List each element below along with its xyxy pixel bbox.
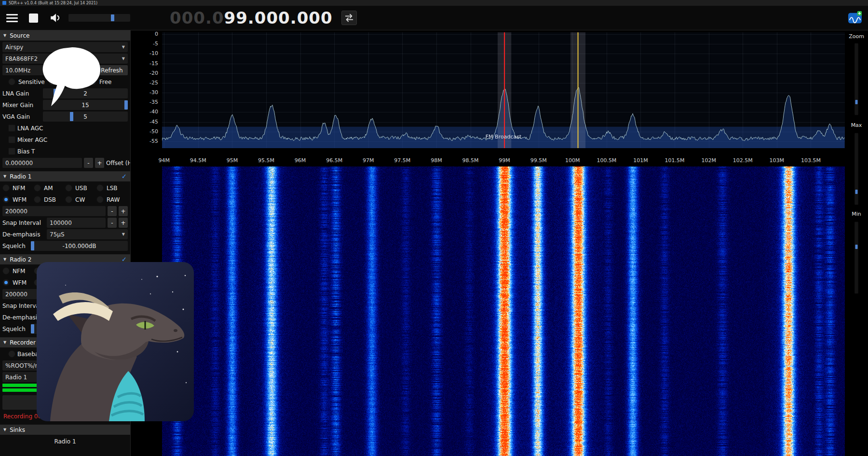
radio1-squelch-slider[interactable]: -100.000dB xyxy=(31,241,128,251)
source-type-value: Airspy xyxy=(5,44,23,51)
db-tick-label: -15 xyxy=(149,60,158,67)
mode-raw[interactable]: RAW xyxy=(96,194,128,205)
db-tick-label: -55 xyxy=(149,138,158,144)
mode-wfm[interactable]: WFM xyxy=(2,277,34,288)
chevron-down-icon: ▼ xyxy=(122,232,125,236)
radio1-section-header[interactable]: ▼ Radio 1 ✓ xyxy=(0,171,130,181)
stop-icon xyxy=(29,14,38,23)
stop-button[interactable] xyxy=(26,10,41,26)
recorder-stream-value: Radio 1 xyxy=(5,374,27,381)
mode-am[interactable]: AM xyxy=(34,183,65,193)
freq-tick-label: 102M xyxy=(701,157,716,164)
mode-wfm[interactable]: WFM xyxy=(2,194,34,205)
db-tick-label: -35 xyxy=(149,99,158,105)
mute-button[interactable] xyxy=(48,10,63,26)
snap-interval-label: Snap Interval xyxy=(2,220,45,226)
snap-value: 100000 xyxy=(50,220,72,226)
mixer-agc-row: Mixer AGC xyxy=(8,135,128,145)
lna-agc-row: LNA AGC xyxy=(8,123,128,133)
freq-tick-label: 97M xyxy=(363,157,374,164)
frequency-display[interactable]: 000.099.000.000 xyxy=(170,8,333,28)
radio-icon[interactable] xyxy=(8,350,15,358)
freq-tick-label: 94.5M xyxy=(190,157,206,164)
max-slider-grab[interactable] xyxy=(855,190,858,194)
mode-lsb[interactable]: LSB xyxy=(96,183,128,193)
bandwidth-minus-button[interactable]: - xyxy=(108,206,117,216)
waterfall-display[interactable] xyxy=(162,166,845,456)
mode-cw[interactable]: CW xyxy=(65,194,96,205)
frequency-axis[interactable]: 94M94.5M95M95.5M96M96.5M97M97.5M98M98.5M… xyxy=(162,150,845,165)
min-slider[interactable] xyxy=(854,221,859,294)
source-section-header[interactable]: ▼ Source xyxy=(0,30,130,41)
frequency-value: 99.000.000 xyxy=(224,8,333,28)
db-tick-label: -25 xyxy=(149,80,158,86)
radio1-deemphasis-select[interactable]: 75µS ▼ xyxy=(47,229,128,239)
freq-tick-label: 95M xyxy=(227,157,238,164)
snap-minus-button[interactable]: - xyxy=(108,218,117,228)
db-tick-label: -5 xyxy=(153,41,158,47)
radio1-bandwidth-input[interactable]: 200000 xyxy=(2,206,106,216)
collapse-arrow-icon: ▼ xyxy=(3,33,6,38)
sdrpp-logo xyxy=(848,11,862,25)
squelch-value: -100.000dB xyxy=(31,241,128,251)
chevron-down-icon: ▼ xyxy=(122,45,125,49)
menu-button[interactable] xyxy=(5,10,19,26)
db-tick-label: 0 xyxy=(155,31,158,37)
checkbox-icon[interactable] xyxy=(8,148,15,155)
freq-tick-label: 99M xyxy=(499,157,510,164)
checkbox-icon[interactable] xyxy=(8,124,15,132)
vga-gain-slider[interactable]: 5 xyxy=(43,111,128,122)
volume-slider[interactable] xyxy=(68,14,130,22)
collapse-arrow-icon: ▼ xyxy=(3,257,6,262)
freq-tick-label: 98M xyxy=(431,157,442,164)
offset-minus-button[interactable]: - xyxy=(84,158,93,168)
snap-plus-button[interactable]: + xyxy=(119,218,128,228)
max-slider[interactable] xyxy=(854,133,859,205)
freq-tick-label: 101.5M xyxy=(665,157,685,164)
freq-tick-label: 97.5M xyxy=(394,157,410,164)
fft-display[interactable] xyxy=(162,32,845,148)
radio-icon xyxy=(8,78,15,85)
sticker-overlay xyxy=(41,46,103,110)
deemphasis-label: De-emphasis xyxy=(2,231,45,238)
mode-nfm[interactable]: NFM xyxy=(2,183,34,193)
bandwidth-plus-button[interactable]: + xyxy=(119,206,128,216)
radio1-section-title: Radio 1 xyxy=(10,173,31,180)
radio-icon xyxy=(34,196,41,203)
sinks-section-header[interactable]: ▼ Sinks xyxy=(0,425,130,435)
offset-plus-button[interactable]: + xyxy=(95,158,104,168)
radio-icon xyxy=(2,184,10,192)
top-toolbar: 000.099.000.000 xyxy=(0,6,868,30)
chevron-down-icon: ▼ xyxy=(122,56,125,61)
tuning-mode-button[interactable] xyxy=(341,11,357,25)
module-enabled-check-icon[interactable]: ✓ xyxy=(122,173,127,180)
mode-dsb[interactable]: DSB xyxy=(34,194,65,205)
checkbox-icon[interactable] xyxy=(8,136,15,143)
min-slider-grab[interactable] xyxy=(855,245,858,249)
source-section-title: Source xyxy=(10,32,29,39)
freq-tick-label: 102.5M xyxy=(733,157,753,164)
freq-tick-label: 98.5M xyxy=(462,157,479,164)
window-icon xyxy=(2,1,6,5)
sinks-section-title: Sinks xyxy=(10,427,25,433)
volume-slider-grab[interactable] xyxy=(111,14,114,21)
min-label: Min xyxy=(845,211,868,217)
mode-nfm[interactable]: NFM xyxy=(2,266,34,276)
radio-icon xyxy=(2,196,10,203)
avatar-overlay xyxy=(37,262,194,421)
bias-t-row: Bias T xyxy=(8,146,128,156)
offset-input[interactable]: 0.000000 xyxy=(2,158,82,168)
radio1-snap-input[interactable]: 100000 xyxy=(47,218,106,228)
frequency-leading-zeros: 000.0 xyxy=(170,8,224,28)
zoom-slider-grab[interactable] xyxy=(855,100,858,104)
radio-icon xyxy=(96,196,104,203)
zoom-slider[interactable] xyxy=(854,43,859,115)
radio2-section-title: Radio 2 xyxy=(10,256,31,263)
waterfall-controls-rail: Zoom Max Min xyxy=(845,30,868,456)
radio-icon xyxy=(34,184,41,192)
db-tick-label: -30 xyxy=(149,89,158,96)
speaker-icon xyxy=(49,12,62,24)
dragon-avatar-art xyxy=(37,262,194,421)
radio-icon xyxy=(2,267,10,275)
mode-usb[interactable]: USB xyxy=(65,183,96,193)
